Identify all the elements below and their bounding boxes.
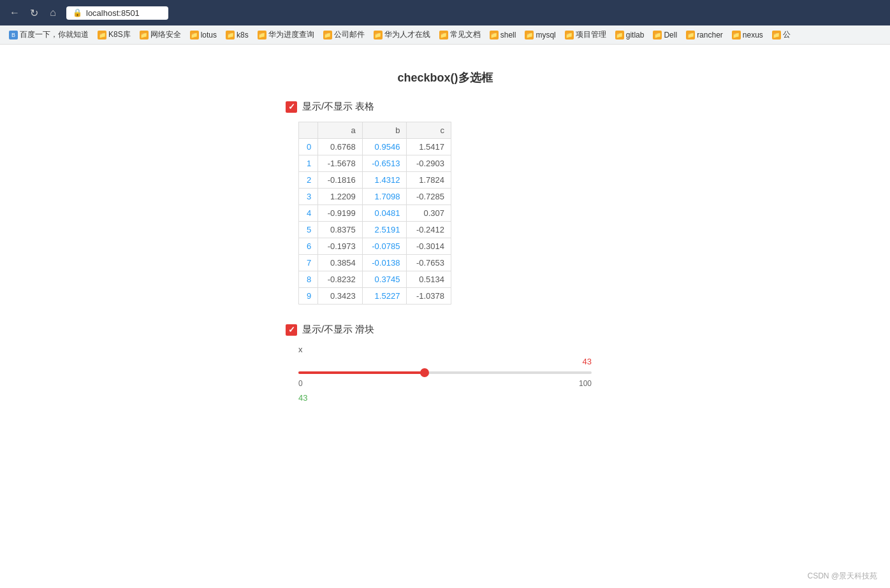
- bookmark-company-mail[interactable]: 📁 公司邮件: [319, 28, 368, 41]
- bookmark-icon-huawei-progress: 📁: [258, 31, 266, 39]
- bookmark-label-rancher: rancher: [697, 31, 723, 39]
- bookmark-project-mgmt[interactable]: 📁 项目管理: [561, 28, 610, 41]
- slider-thumb[interactable]: [420, 368, 429, 377]
- cell-a: -0.9199: [318, 205, 363, 222]
- page-title: checkbox()多选框: [397, 70, 492, 85]
- bookmark-common-docs[interactable]: 📁 常见文档: [435, 28, 485, 41]
- bookmark-label-mysql: mysql: [536, 31, 555, 39]
- table-row: 2 -0.1816 1.4312 1.7824: [299, 172, 451, 189]
- bookmark-label-huawei-talent: 华为人才在线: [384, 29, 430, 40]
- home-button[interactable]: ⌂: [46, 6, 60, 20]
- bookmark-icon-netsec: 📁: [140, 31, 149, 39]
- cell-b: 1.7098: [362, 189, 407, 205]
- col-header-c: c: [407, 122, 451, 139]
- col-header-index: [299, 122, 318, 139]
- bookmark-label-k8s: k8s: [237, 31, 249, 39]
- bookmark-label-nexus: nexus: [743, 31, 763, 39]
- bookmark-icon-mysql: 📁: [525, 31, 534, 39]
- cell-c: 0.307: [407, 205, 451, 222]
- bookmark-icon-company-mail: 📁: [323, 31, 332, 39]
- bookmark-baidu[interactable]: B 百度一下，你就知道: [5, 28, 92, 41]
- col-header-b: b: [362, 122, 407, 139]
- bookmark-shell[interactable]: 📁 shell: [486, 29, 520, 41]
- slider-section: 显示/不显示 滑块 x 43 0 100 43: [286, 324, 604, 403]
- bookmark-icon-shell: 📁: [490, 31, 499, 39]
- cell-a: 0.3423: [318, 288, 363, 305]
- table-row: 1 -1.5678 -0.6513 -0.2903: [299, 155, 451, 172]
- bookmark-k8s[interactable]: 📁 k8s: [222, 29, 252, 41]
- cell-a: -0.1816: [318, 172, 363, 189]
- table-row: 6 -0.1973 -0.0785 -0.3014: [299, 238, 451, 255]
- nav-buttons: ← ↻ ⌂: [8, 6, 60, 20]
- bookmark-label-baidu: 百度一下，你就知道: [20, 29, 89, 40]
- bookmark-label-netsec: 网络安全: [150, 29, 181, 40]
- bookmark-company-short[interactable]: 📁 公: [768, 28, 794, 41]
- table-row: 4 -0.9199 0.0481 0.307: [299, 205, 451, 222]
- col-header-a: a: [318, 122, 363, 139]
- cell-b: 0.9546: [362, 139, 407, 155]
- bookmark-gitlab[interactable]: 📁 gitlab: [611, 29, 648, 41]
- bookmark-icon-company-short: 📁: [772, 31, 781, 39]
- bookmark-huawei-progress[interactable]: 📁 华为进度查询: [254, 28, 318, 41]
- cell-index: 3: [299, 189, 318, 205]
- cell-c: 1.7824: [407, 172, 451, 189]
- back-button[interactable]: ←: [8, 6, 22, 20]
- footer-text: CSDN @景天科技苑: [807, 571, 877, 580]
- table-checkbox-row: 显示/不显示 表格: [286, 101, 604, 113]
- bookmark-lotus[interactable]: 📁 lotus: [186, 29, 221, 41]
- bookmark-icon-k8s: 📁: [226, 31, 235, 39]
- slider-toggle-checkbox[interactable]: [286, 324, 297, 336]
- bookmark-icon-gitlab: 📁: [615, 31, 624, 39]
- bookmark-dell[interactable]: 📁 Dell: [649, 29, 681, 41]
- slider-wrapper: 43 0 100: [298, 357, 592, 388]
- slider-min-label: 0: [298, 379, 303, 388]
- table-row: 7 0.3854 -0.0138 -0.7653: [299, 255, 451, 271]
- bookmark-label-shell: shell: [500, 31, 516, 39]
- cell-index: 7: [299, 255, 318, 271]
- address-bar[interactable]: 🔒 localhost:8501: [66, 6, 168, 20]
- cell-b: -0.6513: [362, 155, 407, 172]
- bookmark-icon-baidu: B: [9, 31, 18, 39]
- slider-track[interactable]: [298, 371, 592, 374]
- table-row: 8 -0.8232 0.3745 0.5134: [299, 271, 451, 288]
- cell-c: -0.2412: [407, 222, 451, 238]
- cell-c: 0.5134: [407, 271, 451, 288]
- refresh-button[interactable]: ↻: [27, 6, 41, 20]
- table-header-row: a b c: [299, 122, 451, 139]
- bookmark-label-dell: Dell: [664, 31, 677, 39]
- table-row: 5 0.8375 2.5191 -0.2412: [299, 222, 451, 238]
- cell-a: -0.8232: [318, 271, 363, 288]
- cell-index: 4: [299, 205, 318, 222]
- bookmark-icon-project-mgmt: 📁: [565, 31, 574, 39]
- bookmark-huawei-talent[interactable]: 📁 华为人才在线: [370, 28, 434, 41]
- slider-checkbox-label: 显示/不显示 滑块: [302, 324, 374, 336]
- bookmark-mysql[interactable]: 📁 mysql: [521, 29, 559, 41]
- bookmark-label-project-mgmt: 项目管理: [576, 29, 606, 40]
- cell-a: -0.1973: [318, 238, 363, 255]
- bookmark-k8s-lib[interactable]: 📁 K8S库: [94, 28, 135, 41]
- table-section: 显示/不显示 表格 a b c 0 0.6768 0.9546 1.5417 1…: [286, 101, 604, 305]
- slider-value-top: 43: [298, 357, 592, 366]
- cell-index: 6: [299, 238, 318, 255]
- cell-index: 8: [299, 271, 318, 288]
- bookmark-label-company-mail: 公司邮件: [334, 29, 365, 40]
- cell-b: 1.5227: [362, 288, 407, 305]
- cell-index: 0: [299, 139, 318, 155]
- cell-b: 2.5191: [362, 222, 407, 238]
- slider-range-labels: 0 100: [298, 379, 592, 388]
- cell-c: 1.5417: [407, 139, 451, 155]
- bookmark-network-security[interactable]: 📁 网络安全: [136, 28, 185, 41]
- footer: CSDN @景天科技苑: [807, 571, 877, 582]
- cell-c: -0.7653: [407, 255, 451, 271]
- bookmark-icon-lotus: 📁: [190, 31, 199, 39]
- bookmark-rancher[interactable]: 📁 rancher: [682, 29, 727, 41]
- cell-index: 2: [299, 172, 318, 189]
- cell-c: -1.0378: [407, 288, 451, 305]
- bookmark-label-gitlab: gitlab: [626, 31, 645, 39]
- bookmark-label-k8slib: K8S库: [108, 29, 131, 40]
- table-row: 3 1.2209 1.7098 -0.7285: [299, 189, 451, 205]
- bookmark-nexus[interactable]: 📁 nexus: [728, 29, 767, 41]
- table-checkbox-label: 显示/不显示 表格: [302, 101, 374, 113]
- table-toggle-checkbox[interactable]: [286, 101, 297, 113]
- cell-b: -0.0138: [362, 255, 407, 271]
